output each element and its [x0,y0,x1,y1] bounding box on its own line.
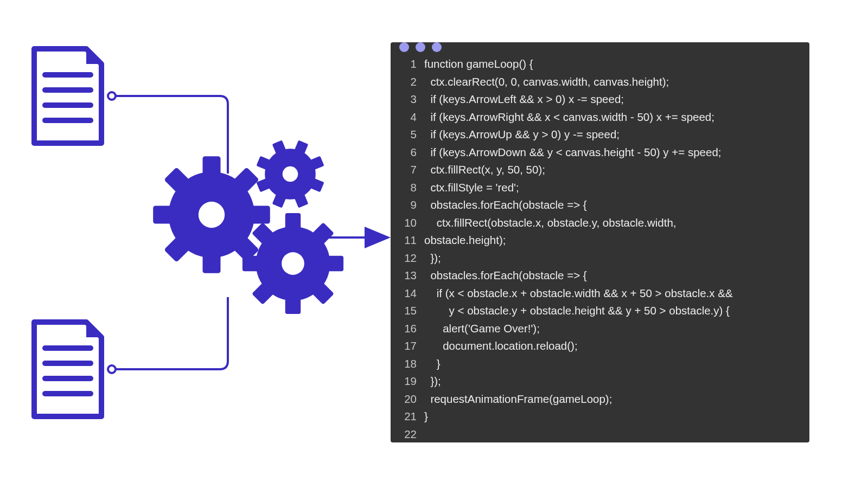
code-line: }); [424,249,801,267]
line-number: 17 [391,337,417,355]
gear-small-icon [255,139,326,209]
line-number: 18 [391,355,417,373]
code-line: if (keys.ArrowRight && x < canvas.width … [424,108,801,126]
svg-point-30 [283,166,298,182]
window-dot-icon [416,42,425,52]
svg-point-9 [108,365,116,373]
line-number: 6 [391,144,417,162]
editor-body: 12345678910111213141516171819202122 func… [391,52,809,442]
code-line: function gameLoop() { [424,55,801,73]
line-number: 2 [391,73,417,91]
diagram-canvas: 12345678910111213141516171819202122 func… [0,0,868,488]
line-number: 5 [391,126,417,144]
line-number: 10 [391,214,417,232]
line-number: 1 [391,55,417,73]
code-line: ctx.fillRect(x, y, 50, 50); [424,161,801,179]
svg-point-20 [199,202,225,228]
code-line: obstacles.forEach(obstacle => { [424,267,801,285]
code-line [424,426,801,443]
line-number: 11 [391,232,417,249]
code-line: if (keys.ArrowUp && y > 0) y -= speed; [424,126,801,144]
line-number: 16 [391,320,417,338]
line-number: 19 [391,373,417,390]
code-line: obstacles.forEach(obstacle => { [424,196,801,214]
line-number: 20 [391,390,417,408]
code-line: if (keys.ArrowLeft && x > 0) x -= speed; [424,91,801,108]
line-number: 9 [391,196,417,214]
gear-medium-icon [241,212,344,315]
code-editor-panel: 12345678910111213141516171819202122 func… [391,42,809,442]
line-number: 8 [391,179,417,197]
line-number: 22 [391,426,417,443]
document-icon-top [30,44,106,147]
line-number: 15 [391,302,417,320]
line-number: 14 [391,285,417,303]
code-line: alert('Game Over!'); [424,320,801,338]
gears-icon [152,139,358,334]
line-number: 7 [391,161,417,179]
code-line: obstacle.height); [424,232,801,249]
line-number: 13 [391,267,417,285]
code-line: y < obstacle.y + obstacle.height && y + … [424,302,801,320]
line-number: 21 [391,408,417,426]
line-number-gutter: 12345678910111213141516171819202122 [391,55,424,442]
window-dot-icon [432,42,442,52]
editor-window-controls [391,42,809,52]
line-number: 12 [391,249,417,267]
code-line: if (keys.ArrowDown && y < canvas.height … [424,144,801,162]
code-line: } [424,408,801,426]
svg-point-8 [108,92,116,100]
line-number: 3 [391,91,417,108]
line-number: 4 [391,108,417,126]
code-line: ctx.clearRect(0, 0, canvas.width, canvas… [424,73,801,91]
code-line: requestAnimationFrame(gameLoop); [424,390,801,408]
code-content: function gameLoop() { ctx.clearRect(0, 0… [424,55,809,442]
code-line: if (x < obstacle.x + obstacle.width && x… [424,285,801,303]
window-dot-icon [399,42,409,52]
code-line: }); [424,373,801,390]
svg-point-40 [282,252,304,275]
code-line: ctx.fillRect(obstacle.x, obstacle.y, obs… [424,214,801,232]
code-line: ctx.fillStyle = 'red'; [424,179,801,197]
code-line: } [424,355,801,373]
code-line: document.location.reload(); [424,337,801,355]
document-icon-bottom [30,318,106,421]
